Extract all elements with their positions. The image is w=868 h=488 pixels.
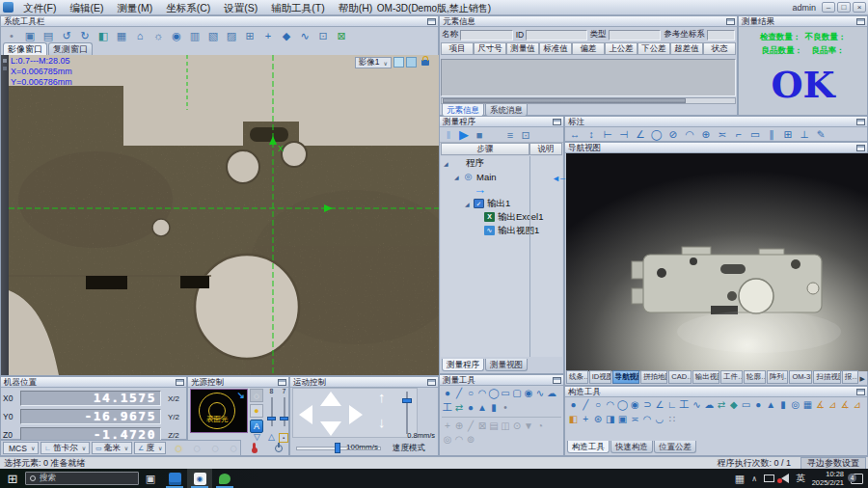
start-button[interactable]: ⊞ (0, 472, 25, 486)
table-column-header[interactable]: 测量值 (506, 42, 539, 55)
light-arrow-icon[interactable]: ↘ (237, 390, 245, 400)
tree-item-output-view1[interactable]: ∿ 输出视图1 (441, 224, 562, 237)
menu-item[interactable]: 帮助(H) (332, 0, 380, 15)
split-tool-icon[interactable]: ◫ (500, 419, 511, 434)
symmetry-annotation-icon[interactable]: ≍ (716, 126, 729, 142)
curve-tool-icon[interactable]: ∿ (534, 386, 546, 401)
view-tab[interactable]: 输出视图 (692, 370, 719, 384)
construct-arc-icon[interactable]: ◠ (604, 397, 616, 413)
new-measure-icon[interactable]: • (4, 28, 19, 43)
construct-exchange-icon[interactable]: ⇄ (716, 397, 728, 413)
float-panel-button[interactable] (856, 389, 865, 395)
stop-icon[interactable]: ■ (474, 127, 485, 143)
taskbar-app-document[interactable] (162, 469, 187, 488)
blob-tool-icon[interactable]: ☁ (546, 386, 557, 401)
construct-line-icon[interactable]: ╱ (580, 397, 592, 413)
unit-select[interactable]: ▭毫米 (92, 442, 132, 454)
ring-light-zone3-button[interactable]: ◌ (225, 441, 242, 455)
construct-plane-icon[interactable]: 工 (678, 397, 691, 413)
ring-light-all-button[interactable]: ◌ (170, 441, 187, 455)
plane-tool-icon[interactable]: 工 (442, 400, 453, 416)
ring-dots-icon[interactable]: ◌ (250, 389, 263, 402)
maximize-button[interactable]: □ (837, 2, 851, 13)
cartesian-select[interactable]: ∟笛卡尔 (41, 442, 90, 454)
cone-tool-icon[interactable]: ▲ (476, 400, 488, 416)
float-panel-button[interactable] (726, 18, 735, 25)
construct-circle-icon[interactable]: ○ (592, 397, 605, 413)
construct-region-icon[interactable]: ☁ (703, 397, 716, 413)
crosshair-icon[interactable]: + (260, 28, 276, 43)
view-tab[interactable]: 轮廓… (744, 370, 766, 384)
part-photo[interactable] (566, 153, 868, 371)
construct-cylinder-icon[interactable]: ▮ (777, 397, 790, 413)
light-preset-button[interactable]: ▪ (279, 433, 288, 443)
float-panel-button[interactable] (278, 379, 286, 386)
camera-icon[interactable]: ◉ (169, 28, 184, 43)
table-column-header[interactable]: 标准值 (539, 42, 572, 55)
volume-icon[interactable] (781, 474, 789, 483)
view-tab[interactable]: 工件… (720, 370, 743, 384)
taskbar-search[interactable]: 搜索 (25, 472, 139, 485)
home-position-icon[interactable]: ⌂ (132, 28, 148, 43)
semicircle-construct-icon[interactable]: ◡ (654, 412, 666, 427)
curve-track-icon[interactable]: ∿ (297, 28, 312, 43)
vertical-distance-icon[interactable]: ↕ (584, 126, 598, 142)
axis-half-button[interactable]: X/2 (163, 394, 184, 403)
ring-light-zone2-button[interactable]: ◌ (206, 441, 224, 455)
float-panel-button[interactable] (176, 379, 184, 386)
construct-corner-icon[interactable]: ∟ (665, 397, 678, 413)
target-tool-icon[interactable]: ◎ (442, 432, 453, 447)
auto-track-icon[interactable]: ⊠ (334, 28, 349, 43)
scrollbar-thumb[interactable] (443, 98, 686, 103)
construct-ellipse-icon[interactable]: ◯ (616, 397, 629, 413)
angle-unit-select[interactable]: ∠度 (134, 442, 166, 454)
redo-icon[interactable]: ↻ (77, 28, 93, 43)
element-name-input[interactable] (460, 30, 513, 41)
pause-icon[interactable]: ‖ (443, 127, 454, 143)
splitter-collapse-arrow[interactable]: ◄– (552, 174, 565, 183)
point-tool-icon[interactable]: ● (442, 386, 453, 401)
jog-z-up-button[interactable]: ↑ (378, 389, 386, 405)
menu-item[interactable]: 坐标系(C) (159, 0, 217, 15)
measure-window-button[interactable] (406, 57, 417, 68)
line-tool-icon[interactable]: ╱ (453, 386, 465, 401)
grid-view-icon[interactable]: ▦ (114, 28, 129, 43)
radius-annotation-icon[interactable]: ◠ (683, 126, 696, 142)
construct-angle-icon[interactable]: ∠ (654, 397, 666, 413)
view-tab[interactable]: 导航视图 (612, 370, 639, 384)
import-construct-icon[interactable]: ◧ (567, 412, 580, 427)
float-panel-button[interactable] (427, 379, 436, 386)
jog-up-button[interactable] (320, 392, 341, 406)
tab-scroll-right-button[interactable]: ▶ (860, 375, 865, 383)
probe-tool-icon[interactable]: ⊙ (511, 419, 523, 434)
jog-right-button[interactable] (349, 405, 363, 424)
pie-tool-icon[interactable]: ◔ (534, 419, 546, 434)
desc-column-header[interactable]: 说明 (529, 143, 562, 155)
horizontal-scrollbar[interactable] (441, 97, 736, 104)
copy-construct-icon[interactable]: ▣ (616, 412, 629, 427)
funnel-icon[interactable]: ▽ (254, 432, 260, 442)
table-column-header[interactable]: 上公差 (605, 42, 637, 55)
tree-item-program[interactable]: ◢ 程序 (441, 156, 562, 170)
element-table-body[interactable] (441, 59, 736, 96)
perpendicularity-annotation-icon[interactable]: ⊥ (798, 126, 811, 142)
float-panel-button[interactable] (856, 145, 865, 151)
menu-item[interactable]: 编辑(E) (63, 0, 110, 15)
network-icon[interactable] (764, 474, 774, 482)
drop-tool-icon[interactable]: ▼ (523, 419, 534, 434)
view-tab[interactable]: OM-3D (789, 370, 812, 384)
coordinate-annotation-icon[interactable]: ⊕ (699, 126, 713, 142)
axis-half-button[interactable]: Z/2 (163, 431, 184, 440)
fit-view-icon[interactable]: ⊡ (315, 28, 331, 43)
arc2-tool-icon[interactable]: ◠ (453, 432, 465, 447)
menu-item[interactable]: 文件(F) (16, 0, 63, 15)
element-id-input[interactable] (526, 30, 586, 41)
construct-calc-icon[interactable]: ▦ (801, 397, 814, 413)
construct-filled-circle-icon[interactable]: ◉ (629, 397, 641, 413)
tray-chevron-icon[interactable]: ∧ (751, 474, 757, 483)
tree-item-output-excel1[interactable]: X 输出Excel1 (441, 210, 562, 224)
flip-tool-icon[interactable]: ⇄ (453, 400, 465, 416)
table-column-header[interactable]: 项目 (441, 42, 474, 55)
multi-window-icon[interactable]: ⊞ (242, 28, 258, 43)
horizontal-distance-icon[interactable]: ↔ (568, 126, 582, 142)
